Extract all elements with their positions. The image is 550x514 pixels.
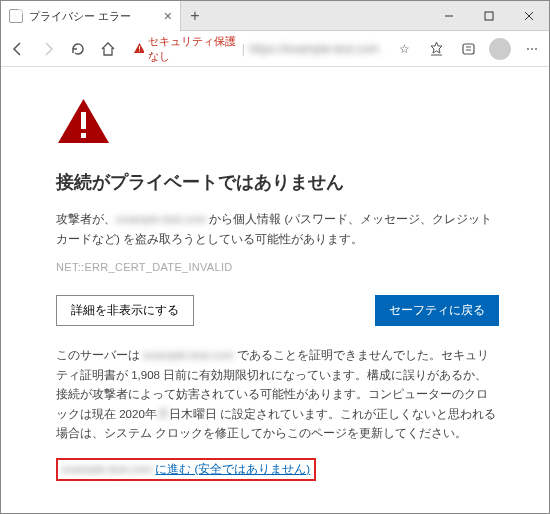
browser-tab[interactable]: プライバシー エラー × [1, 1, 181, 31]
refresh-button[interactable] [67, 38, 89, 60]
hostname-blur-2: example.test.com [143, 349, 233, 361]
favorite-icon[interactable]: ☆ [393, 38, 415, 60]
warning-paragraph: 攻撃者が、example.test.com から個人情報 (パスワード、メッセー… [56, 210, 499, 249]
close-tab-icon[interactable]: × [164, 8, 172, 24]
new-tab-button[interactable]: + [181, 1, 209, 31]
security-text: セキュリティ保護なし [148, 34, 238, 64]
back-button[interactable] [7, 38, 29, 60]
hide-details-button[interactable]: 詳細を非表示にする [56, 295, 194, 326]
close-window-button[interactable] [509, 1, 549, 31]
forward-button[interactable] [37, 38, 59, 60]
titlebar: プライバシー エラー × + [1, 1, 549, 31]
svg-rect-5 [139, 51, 140, 52]
page-icon [9, 9, 23, 23]
favorites-bar-icon[interactable] [425, 38, 447, 60]
proceed-host-blur: example.test.com [62, 463, 152, 475]
svg-rect-11 [81, 133, 86, 138]
maximize-button[interactable] [469, 1, 509, 31]
toolbar-right: ☆ ⋯ [393, 38, 543, 60]
tab-title: プライバシー エラー [29, 9, 158, 24]
proceed-link[interactable]: example.test.com に進む (安全ではありません) [62, 463, 310, 475]
profile-avatar[interactable] [489, 38, 511, 60]
svg-rect-7 [463, 44, 474, 54]
minimize-button[interactable] [429, 1, 469, 31]
address-divider: | [242, 42, 245, 56]
home-button[interactable] [97, 38, 119, 60]
address-bar[interactable]: セキュリティ保護なし | https://example.test.com [127, 36, 385, 62]
button-row: 詳細を非表示にする セーフティに戻る [56, 295, 499, 326]
svg-rect-10 [81, 112, 86, 129]
warning-triangle-icon [133, 42, 144, 55]
details-paragraph: このサーバーは example.test.com であることを証明できませんでし… [56, 346, 499, 444]
window-controls [429, 1, 549, 31]
svg-rect-4 [139, 46, 140, 50]
page-content: 接続がプライベートではありません 攻撃者が、example.test.com か… [1, 67, 549, 501]
svg-rect-1 [485, 12, 493, 20]
proceed-highlight: example.test.com に進む (安全ではありません) [56, 458, 316, 481]
security-badge: セキュリティ保護なし [133, 34, 238, 64]
warning-icon [56, 97, 499, 148]
back-to-safety-button[interactable]: セーフティに戻る [375, 295, 499, 326]
menu-button[interactable]: ⋯ [521, 38, 543, 60]
collections-icon[interactable] [457, 38, 479, 60]
error-code: NET::ERR_CERT_DATE_INVALID [56, 261, 499, 273]
hostname-blur: example.test.com [116, 213, 206, 225]
toolbar: セキュリティ保護なし | https://example.test.com ☆ … [1, 31, 549, 67]
url-text: https://example.test.com [249, 42, 379, 56]
page-heading: 接続がプライベートではありません [56, 170, 499, 194]
